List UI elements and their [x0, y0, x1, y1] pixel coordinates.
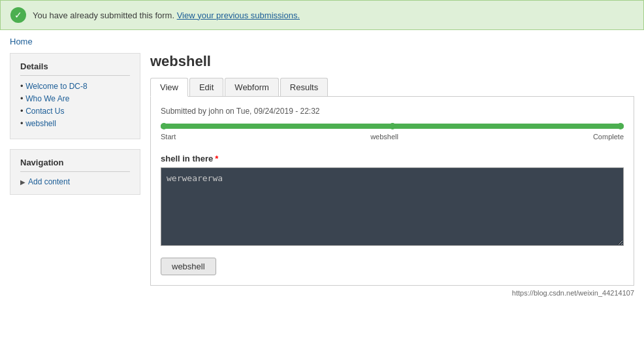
sidebar-link-webshell[interactable]: webshell	[25, 119, 56, 128]
tab-webform[interactable]: Webform	[225, 78, 279, 96]
tab-edit[interactable]: Edit	[189, 78, 223, 96]
field-label-text: shell in there	[161, 154, 213, 163]
add-content-link[interactable]: Add content	[20, 177, 130, 186]
progress-labels: Start webshell Complete	[161, 133, 624, 141]
details-links: Welcome to DC-8 Who We Are Contact Us we…	[20, 81, 130, 128]
sidebar-link-dc8[interactable]: Welcome to DC-8	[25, 82, 87, 91]
page-footer: https://blog.csdn.net/weixin_44214107	[0, 286, 644, 300]
banner-text: You have already submitted this form. Vi…	[33, 10, 300, 20]
list-item: webshell	[20, 118, 130, 128]
submit-button[interactable]: webshell	[161, 258, 216, 275]
footer-url: https://blog.csdn.net/weixin_44214107	[512, 289, 634, 297]
progress-dot-start	[161, 123, 167, 129]
progress-container: Start webshell Complete	[161, 124, 624, 141]
home-link[interactable]: Home	[10, 37, 33, 46]
progress-label-middle: webshell	[370, 133, 398, 141]
submission-info: Submitted by john on Tue, 09/24/2019 - 2…	[161, 107, 624, 116]
required-star: *	[215, 154, 218, 163]
progress-label-start: Start	[161, 133, 176, 141]
nav-heading: Navigation	[20, 158, 130, 172]
success-banner: ✓ You have already submitted this form. …	[0, 0, 644, 30]
field-label: shell in there *	[161, 154, 624, 163]
sidebar-link-contact-us[interactable]: Contact Us	[25, 107, 64, 116]
checkmark-icon: ✓	[10, 7, 26, 23]
details-heading: Details	[20, 61, 130, 76]
previous-submissions-link[interactable]: View your previous submissions.	[177, 10, 300, 20]
list-item: Welcome to DC-8	[20, 81, 130, 91]
tabs-bar: View Edit Webform Results	[150, 78, 634, 97]
progress-dot-end	[617, 123, 624, 129]
progress-label-end: Complete	[593, 133, 624, 141]
main-content: webshell View Edit Webform Results Submi…	[150, 53, 634, 286]
progress-track	[161, 124, 624, 129]
shell-textarea[interactable]: werwearerwa	[161, 167, 624, 246]
list-item: Contact Us	[20, 106, 130, 116]
banner-message: You have already submitted this form.	[33, 10, 174, 20]
tab-view[interactable]: View	[150, 78, 188, 97]
navigation-block: Navigation Add content	[10, 149, 140, 195]
tab-results[interactable]: Results	[280, 78, 328, 96]
sidebar-link-who-we-are[interactable]: Who We Are	[25, 94, 69, 103]
details-block: Details Welcome to DC-8 Who We Are Conta…	[10, 53, 140, 139]
tab-content-view: Submitted by john on Tue, 09/24/2019 - 2…	[150, 97, 634, 286]
progress-dot-middle	[389, 123, 396, 129]
breadcrumb: Home	[10, 37, 634, 46]
page-title: webshell	[150, 53, 634, 70]
list-item: Who We Are	[20, 94, 130, 103]
sidebar: Details Welcome to DC-8 Who We Are Conta…	[10, 53, 140, 286]
